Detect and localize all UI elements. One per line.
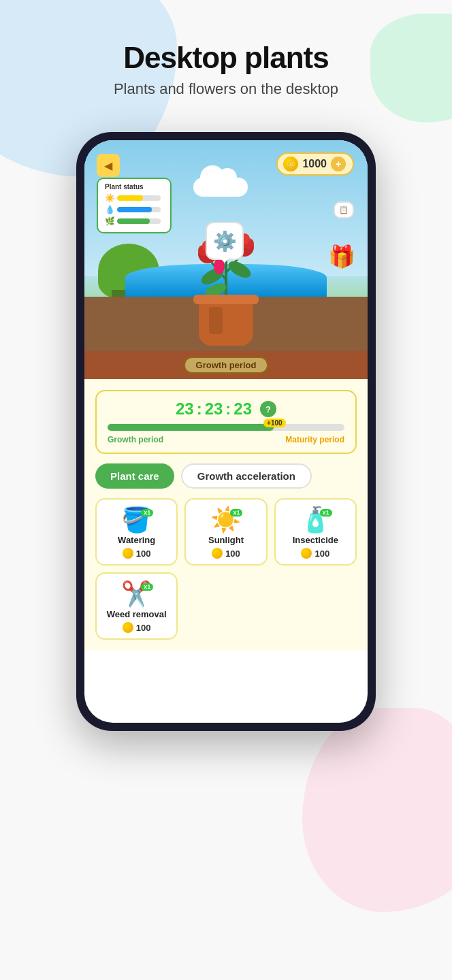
gift-icon: 🎁	[328, 244, 355, 270]
weed-removal-badge: x1	[141, 583, 153, 591]
watering-badge: x1	[141, 509, 153, 517]
care-item-insecticide[interactable]: 🧴 x1 Insecticide 100	[274, 498, 357, 566]
weed-removal-coin-icon	[123, 622, 133, 633]
plant-status-title: Plant status	[105, 183, 163, 191]
watering-price-value: 100	[136, 549, 151, 559]
sun-thought-bubble: ⚙️	[206, 222, 244, 260]
insecticide-coin-icon	[301, 548, 312, 559]
coin-icon: 🪙	[283, 157, 298, 172]
bottom-panel: 23 : 23 : 23 ? +100 Growth period	[84, 379, 368, 651]
timer-section: 23 : 23 : 23 ? +100 Growth period	[95, 390, 357, 454]
weed-removal-label: Weed removal	[102, 609, 171, 619]
weed-removal-price-value: 100	[136, 623, 151, 633]
app-subtitle: Plants and flowers on the desktop	[0, 80, 452, 98]
water-status-bar	[117, 207, 161, 212]
watering-price: 100	[102, 548, 171, 559]
tab-growth-acceleration[interactable]: Growth acceleration	[181, 463, 312, 489]
plant-status-box: Plant status ☀️ 💧 🌿	[97, 178, 172, 233]
leaf-fill	[117, 218, 150, 224]
timer-colon-1: :	[197, 399, 202, 419]
timer-display: 23 : 23 : 23 ?	[108, 399, 344, 419]
timer-seconds: 23	[233, 399, 252, 419]
watering-coin-icon	[123, 548, 133, 559]
add-coins-button[interactable]: +	[331, 157, 346, 172]
status-row-sun: ☀️	[105, 193, 163, 203]
sun-fill	[117, 195, 143, 201]
card-icon: 📋	[334, 201, 354, 218]
game-scene: ◀ 🪙 1000 + Plant status ☀️	[84, 140, 368, 351]
plant-pot-container	[199, 301, 253, 346]
timer-hours: 23	[176, 399, 194, 419]
sunlight-icon: ☀️ x1	[210, 508, 241, 532]
tabs-row: Plant care Growth acceleration	[95, 463, 357, 489]
watering-icon: 🪣 x1	[121, 508, 152, 532]
sun-status-icon: ☀️	[105, 193, 114, 203]
sun-status-bar	[117, 195, 161, 201]
weed-removal-icon: ✂️ x1	[121, 582, 152, 606]
water-status-icon: 💧	[105, 205, 114, 214]
progress-bar-container: +100	[108, 424, 344, 431]
sun-emoji: ⚙️	[213, 230, 237, 252]
sunlight-badge: x1	[230, 509, 242, 517]
app-title: Desktop plants	[0, 41, 452, 75]
insecticide-price: 100	[281, 548, 350, 559]
care-items-bottom-row: ✂️ x1 Weed removal 100	[95, 572, 357, 640]
insecticide-icon: 🧴 x1	[300, 508, 331, 532]
coin-badge: 🪙 1000 +	[276, 152, 354, 176]
insecticide-price-value: 100	[314, 549, 329, 559]
progress-label-right: Maturity period	[285, 435, 344, 444]
phone-inner: ◀ 🪙 1000 + Plant status ☀️	[84, 140, 368, 723]
growth-bar-section: Growth period	[84, 351, 368, 379]
water-fill	[117, 207, 152, 212]
timer-help-button[interactable]: ?	[260, 401, 276, 417]
plant-pot	[199, 301, 253, 346]
tab-plant-care[interactable]: Plant care	[95, 463, 174, 489]
watering-label: Watering	[102, 535, 171, 545]
insecticide-badge: x1	[320, 509, 332, 517]
growth-period-label: Growth period	[184, 357, 269, 374]
sunlight-price: 100	[191, 548, 260, 559]
progress-bar-fill: +100	[108, 424, 274, 431]
timer-minutes: 23	[205, 399, 223, 419]
care-item-weed-removal[interactable]: ✂️ x1 Weed removal 100	[95, 572, 178, 640]
sunlight-price-value: 100	[225, 549, 240, 559]
sunlight-label: Sunlight	[191, 535, 260, 545]
back-arrow-button[interactable]: ◀	[97, 154, 120, 177]
phone-wrapper: ◀ 🪙 1000 + Plant status ☀️	[0, 132, 452, 731]
weed-removal-price: 100	[102, 622, 171, 633]
leaf-status-icon: 🌿	[105, 216, 114, 226]
progress-label-left: Growth period	[108, 435, 163, 444]
cloud-1	[193, 178, 248, 197]
leaf-status-bar	[117, 218, 161, 224]
status-row-water: 💧	[105, 205, 163, 214]
coin-amount: 1000	[302, 158, 327, 170]
phone-mockup: ◀ 🪙 1000 + Plant status ☀️	[76, 132, 376, 731]
care-items-grid: 🪣 x1 Watering 100 ☀️ x1	[95, 498, 357, 566]
insecticide-label: Insecticide	[281, 535, 350, 545]
progress-plus-badge: +100	[263, 419, 286, 427]
progress-labels: Growth period Maturity period	[108, 435, 344, 444]
header-section: Desktop plants Plants and flowers on the…	[0, 0, 452, 118]
care-item-watering[interactable]: 🪣 x1 Watering 100	[95, 498, 178, 566]
sunlight-coin-icon	[212, 548, 223, 559]
care-item-sunlight[interactable]: ☀️ x1 Sunlight 100	[184, 498, 267, 566]
status-row-leaf: 🌿	[105, 216, 163, 226]
bg-blob-pink	[302, 708, 452, 912]
timer-colon-2: :	[225, 399, 231, 419]
